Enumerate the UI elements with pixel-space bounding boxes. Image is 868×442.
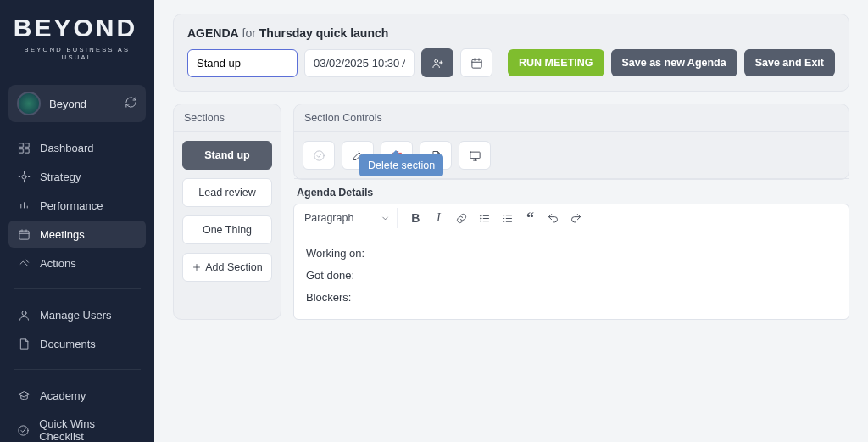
brand-tagline: BEYOND BUSINESS AS USUAL <box>14 46 141 61</box>
nav-label: Strategy <box>40 171 81 183</box>
svg-rect-0 <box>19 143 22 146</box>
actions-icon <box>17 256 31 270</box>
svg-point-6 <box>22 311 26 315</box>
svg-point-13 <box>480 217 481 218</box>
nav-performance[interactable]: Performance <box>8 192 146 219</box>
bold-button[interactable]: B <box>405 208 426 228</box>
org-name: Beyond <box>49 98 116 110</box>
svg-point-10 <box>314 150 323 159</box>
redo-button[interactable] <box>565 208 586 228</box>
editor-line: Blockers: <box>306 287 837 309</box>
brand-logo: BEYOND BEYOND BUSINESS AS USUAL <box>8 15 146 70</box>
documents-icon <box>17 337 31 350</box>
performance-icon <box>17 199 31 212</box>
agenda-title-line: AGENDA for Thursday quick launch <box>187 26 835 40</box>
nav-actions[interactable]: Actions <box>8 249 146 277</box>
svg-point-8 <box>434 59 437 63</box>
nav-label: Actions <box>40 257 76 270</box>
svg-rect-5 <box>19 231 28 239</box>
complete-section-button <box>303 141 335 170</box>
sidebar: BEYOND BEYOND BUSINESS AS USUAL Beyond D… <box>0 0 154 442</box>
calendar-button[interactable] <box>460 48 492 77</box>
brand-name: BEYOND <box>14 15 137 41</box>
agenda-meeting-name: Thursday quick launch <box>259 26 388 40</box>
users-icon <box>17 308 31 322</box>
nav-quick-wins[interactable]: Quick Wins Checklist <box>8 411 146 442</box>
sections-panel: Sections Stand up Lead review One Thing … <box>173 104 281 320</box>
svg-point-12 <box>480 215 481 215</box>
nav-label: Performance <box>40 199 103 212</box>
nav-label: Meetings <box>40 228 85 241</box>
save-as-new-button[interactable]: Save as new Agenda <box>611 49 737 76</box>
nav-label: Academy <box>40 389 86 402</box>
academy-icon <box>17 389 31 402</box>
section-item-one-thing[interactable]: One Thing <box>182 215 272 244</box>
nav-label: Quick Wins Checklist <box>39 417 137 442</box>
italic-button[interactable]: I <box>428 208 448 228</box>
svg-rect-9 <box>471 59 481 68</box>
delete-section-tooltip: Delete section <box>359 154 443 176</box>
editor-line: Working on: <box>306 243 837 265</box>
editor-toolbar: Paragraph B I <box>294 204 849 232</box>
checklist-icon <box>17 423 30 437</box>
add-section-button[interactable]: Add Section <box>182 253 272 282</box>
link-button[interactable] <box>451 208 471 228</box>
add-section-label: Add Section <box>205 261 262 273</box>
paragraph-format-select[interactable]: Paragraph <box>299 208 398 228</box>
svg-rect-2 <box>19 148 22 152</box>
format-label: Paragraph <box>304 212 353 224</box>
svg-rect-3 <box>25 148 28 152</box>
agenda-for: for <box>242 26 256 40</box>
quote-button[interactable]: “ <box>520 208 540 228</box>
meetings-icon <box>17 227 31 241</box>
datetime-input[interactable] <box>304 49 415 77</box>
nav-label: Documents <box>40 338 96 350</box>
refresh-icon[interactable] <box>125 96 137 111</box>
numbered-list-button[interactable] <box>497 208 517 228</box>
svg-rect-11 <box>470 152 479 159</box>
main-content: AGENDA for Thursday quick launch RUN MEE… <box>154 0 868 442</box>
editor-column: Section Controls <box>293 104 849 320</box>
bullet-list-button[interactable] <box>474 208 494 228</box>
invite-people-button[interactable] <box>421 48 453 77</box>
editor-body[interactable]: Working on: Got done: Blockers: <box>294 232 849 319</box>
svg-point-4 <box>22 175 26 179</box>
agenda-header-card: AGENDA for Thursday quick launch RUN MEE… <box>173 14 849 92</box>
nav-meetings[interactable]: Meetings <box>8 221 146 248</box>
nav-label: Manage Users <box>40 309 112 322</box>
agenda-prefix: AGENDA <box>187 26 239 40</box>
nav-strategy[interactable]: Strategy <box>8 163 146 190</box>
rich-text-editor: Paragraph B I <box>293 204 849 320</box>
sections-header: Sections <box>174 104 281 132</box>
nav-manage-users[interactable]: Manage Users <box>8 301 146 328</box>
org-switcher[interactable]: Beyond <box>8 85 146 122</box>
section-controls-header: Section Controls <box>294 104 849 132</box>
svg-point-7 <box>19 425 28 434</box>
run-meeting-button[interactable]: RUN MEETING <box>508 49 604 76</box>
svg-point-14 <box>480 221 481 221</box>
section-item-lead-review[interactable]: Lead review <box>182 178 272 207</box>
present-section-button[interactable] <box>459 141 491 170</box>
editor-line: Got done: <box>306 265 837 287</box>
undo-button[interactable] <box>542 208 563 228</box>
org-avatar <box>17 92 41 115</box>
dashboard-icon <box>17 141 31 154</box>
nav-label: Dashboard <box>40 142 94 154</box>
section-title-input[interactable] <box>187 49 298 77</box>
primary-nav: Dashboard Strategy Performance Meetings … <box>8 134 146 442</box>
save-and-exit-button[interactable]: Save and Exit <box>744 49 835 76</box>
nav-dashboard[interactable]: Dashboard <box>8 134 146 161</box>
nav-academy[interactable]: Academy <box>8 382 146 409</box>
section-item-stand-up[interactable]: Stand up <box>182 141 272 170</box>
agenda-details-header: Agenda Details <box>293 180 849 204</box>
strategy-icon <box>17 170 31 183</box>
nav-documents[interactable]: Documents <box>8 330 146 357</box>
svg-rect-1 <box>25 143 28 146</box>
